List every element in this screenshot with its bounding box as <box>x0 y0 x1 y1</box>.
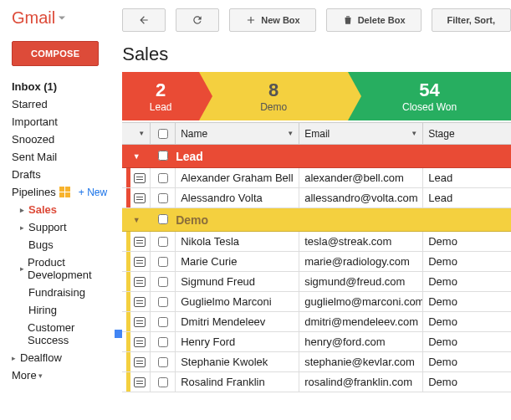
cell-email[interactable]: marie@radiology.com <box>299 252 423 271</box>
cell-email[interactable]: stephanie@kevlar.com <box>299 352 423 371</box>
cell-stage[interactable]: Demo <box>423 292 511 311</box>
nav-support[interactable]: ▸Support <box>20 218 122 236</box>
cell-stage[interactable]: Demo <box>423 372 511 392</box>
table-row[interactable]: Henry Fordhenry@ford.comDemo <box>122 332 511 352</box>
cell-email[interactable]: allessandro@volta.com <box>299 188 423 207</box>
refresh-button[interactable] <box>176 8 219 32</box>
nav-more[interactable]: More ▾ <box>12 366 122 384</box>
cell-name[interactable]: Alexander Graham Bell <box>176 168 299 187</box>
nav-drafts[interactable]: Drafts <box>12 166 122 183</box>
cell-email[interactable]: rosalind@franklin.com <box>299 372 423 392</box>
stage-closed-won[interactable]: 54 Closed Won <box>348 72 511 120</box>
row-handle[interactable] <box>122 188 151 207</box>
group-header-demo[interactable]: ▼ Demo <box>122 208 511 232</box>
row-checkbox[interactable] <box>158 317 168 327</box>
row-checkbox[interactable] <box>158 337 168 347</box>
table-row[interactable]: Nikola Teslatesla@streak.comDemo <box>122 232 511 252</box>
row-handle[interactable] <box>122 232 151 251</box>
nav-product-development[interactable]: ▸Product Development <box>20 254 122 284</box>
cell-stage[interactable]: Lead <box>423 188 511 207</box>
cell-stage[interactable]: Demo <box>423 272 511 291</box>
cell-name[interactable]: Stephanie Kwolek <box>176 352 299 371</box>
row-handle[interactable] <box>122 292 151 311</box>
cell-email[interactable]: tesla@streak.com <box>299 232 423 251</box>
group-header-lead[interactable]: ▼ Lead <box>122 145 511 168</box>
col-email-header[interactable]: Email▼ <box>299 123 423 144</box>
col-select-all[interactable] <box>151 123 176 144</box>
cell-name[interactable]: Nikola Tesla <box>176 232 299 251</box>
group-checkbox[interactable] <box>158 214 168 224</box>
row-checkbox[interactable] <box>158 257 168 267</box>
nav-fundraising[interactable]: Fundraising <box>20 284 122 301</box>
row-checkbox[interactable] <box>158 173 168 183</box>
nav-sales[interactable]: ▸Sales <box>20 201 122 218</box>
cell-name[interactable]: Alessandro Volta <box>176 188 299 207</box>
nav-bugs[interactable]: Bugs <box>20 236 122 254</box>
cell-stage[interactable]: Demo <box>423 352 511 371</box>
collapse-icon[interactable]: ▼ <box>122 152 151 161</box>
table-row[interactable]: Stephanie Kwolekstephanie@kevlar.comDemo <box>122 352 511 372</box>
table-row[interactable]: Sigmund Freudsigmund@freud.comDemo <box>122 272 511 292</box>
nav-customer-success[interactable]: Customer Success <box>20 319 122 349</box>
row-checkbox[interactable] <box>158 237 168 247</box>
cell-email[interactable]: sigmund@freud.com <box>299 272 423 291</box>
collapse-icon[interactable]: ▼ <box>122 216 151 224</box>
row-handle[interactable] <box>122 332 151 351</box>
table-row[interactable]: Marie Curiemarie@radiology.comDemo <box>122 252 511 272</box>
nav-snoozed[interactable]: Snoozed <box>12 131 122 148</box>
row-handle[interactable] <box>122 372 151 392</box>
cell-name[interactable]: Sigmund Freud <box>176 272 299 291</box>
new-box-button[interactable]: New Box <box>229 8 315 32</box>
nav-important[interactable]: Important <box>12 113 122 131</box>
cell-name[interactable]: Dmitri Mendeleev <box>176 312 299 331</box>
gmail-logo[interactable]: Gmail <box>12 8 122 28</box>
cell-stage[interactable]: Demo <box>423 252 511 271</box>
back-button[interactable] <box>122 8 166 32</box>
compose-button[interactable]: COMPOSE <box>12 41 99 66</box>
cell-name[interactable]: Henry Ford <box>176 332 299 351</box>
select-all-checkbox[interactable] <box>158 129 168 139</box>
cell-name[interactable]: Rosalind Franklin <box>176 372 299 392</box>
nav-hiring[interactable]: Hiring <box>20 301 122 319</box>
nav-sent-mail[interactable]: Sent Mail <box>12 148 122 166</box>
cell-stage[interactable]: Lead <box>423 168 511 187</box>
nav-inbox[interactable]: Inbox (1) <box>12 78 122 95</box>
table-row[interactable]: Guglielmo Marconiguglielmo@marconi.comDe… <box>122 292 511 312</box>
row-handle[interactable] <box>122 168 151 187</box>
col-name-header[interactable]: Name▼ <box>176 123 299 144</box>
row-checkbox[interactable] <box>158 357 168 367</box>
new-pipeline-link[interactable]: + New <box>79 187 107 198</box>
row-handle[interactable] <box>122 272 151 291</box>
cell-stage[interactable]: Demo <box>423 332 511 351</box>
nav-pipelines[interactable]: Pipelines + New <box>12 183 122 201</box>
stage-demo[interactable]: 8 Demo <box>199 72 348 120</box>
cell-name[interactable]: Marie Curie <box>176 252 299 271</box>
row-checkbox[interactable] <box>158 277 168 287</box>
cell-email[interactable]: guglielmo@marconi.com <box>299 292 423 311</box>
table-row[interactable]: Alexander Graham Bellalexander@bell.comL… <box>122 168 511 188</box>
nav-starred[interactable]: Starred <box>12 95 122 113</box>
cell-stage[interactable]: Demo <box>423 232 511 251</box>
cell-email[interactable]: henry@ford.com <box>299 332 423 351</box>
cell-stage[interactable]: Demo <box>423 312 511 331</box>
row-handle[interactable] <box>122 252 151 271</box>
row-handle[interactable] <box>122 352 151 371</box>
table-row[interactable]: Rosalind Franklinrosalind@franklin.comDe… <box>122 372 511 392</box>
row-checkbox[interactable] <box>158 377 168 387</box>
filter-sort-button[interactable]: Filter, Sort, <box>432 8 511 32</box>
col-stage-header[interactable]: Stage <box>423 123 511 144</box>
box-icon <box>134 337 146 347</box>
cell-name[interactable]: Guglielmo Marconi <box>176 292 299 311</box>
nav-dealflow[interactable]: ▸Dealflow <box>12 349 122 366</box>
row-checkbox[interactable] <box>158 297 168 307</box>
group-checkbox[interactable] <box>158 151 168 161</box>
row-checkbox[interactable] <box>158 193 168 203</box>
cell-email[interactable]: dmitri@mendeleev.com <box>299 312 423 331</box>
col-expand[interactable]: ▼ <box>122 123 151 144</box>
table-row[interactable]: Dmitri Mendeleevdmitri@mendeleev.comDemo <box>122 312 511 332</box>
cell-email[interactable]: alexander@bell.com <box>299 168 423 187</box>
stage-lead[interactable]: 2 Lead <box>122 72 199 120</box>
table-row[interactable]: Alessandro Voltaallessandro@volta.comLea… <box>122 188 511 208</box>
row-handle[interactable] <box>122 312 151 331</box>
delete-box-button[interactable]: Delete Box <box>326 8 422 32</box>
